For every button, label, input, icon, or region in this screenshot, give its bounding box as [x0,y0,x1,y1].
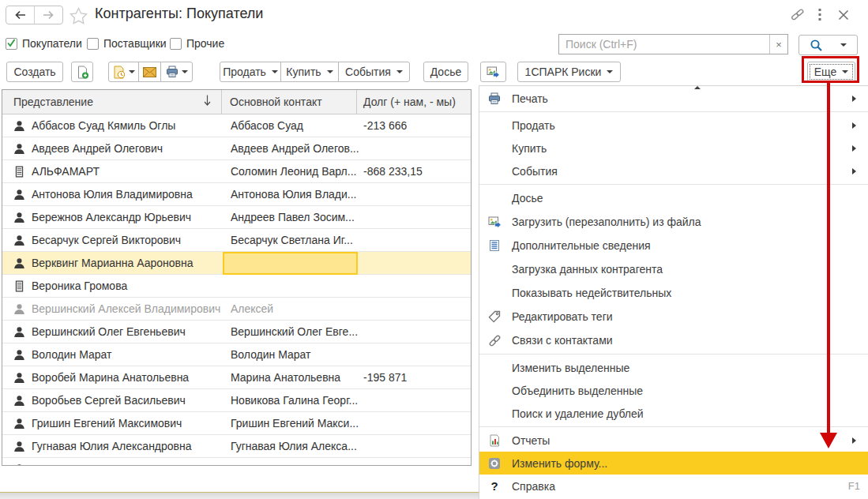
cell-representation[interactable] [2,458,222,466]
column-header-main-contact[interactable]: Основной контакт [222,90,357,114]
cell-debt[interactable] [357,252,471,274]
spark-risks-button[interactable]: 1СПАРК Риски [517,62,621,82]
cell-debt[interactable] [357,275,471,297]
table-row[interactable]: Гришин Евгений МаксимовичГришин Евгений … [2,412,471,435]
table-row[interactable]: Вероника Громова [2,275,471,298]
table-row[interactable]: Верквинг Марианна Аароновна [2,252,471,275]
cell-debt[interactable] [357,183,471,205]
cell-main-contact[interactable]: Марина Анатольевна [222,366,357,388]
table-row[interactable]: Авдеев Андрей ОлеговичАвдеев Андрей Олег… [2,137,471,160]
filter-suppliers[interactable]: Поставщики [87,36,167,51]
cell-debt[interactable]: -213 666 [357,114,471,137]
table-row[interactable] [2,458,471,466]
dossier-button[interactable]: Досье [423,62,468,82]
create-button[interactable]: Создать [6,62,63,82]
menu-item[interactable]: Досье [479,186,868,210]
filter-others[interactable]: Прочие [170,36,224,51]
menu-item[interactable]: Купить [479,137,868,159]
cell-main-contact[interactable]: Авдеев Андрей Олегов... [222,137,357,159]
cell-representation[interactable]: Вершинский Алексей Владимирович [2,298,222,320]
cell-main-contact[interactable]: Вершинский Олег Евге... [222,321,357,343]
cell-main-contact[interactable]: Гришин Евгений Макси... [222,412,357,434]
cell-representation[interactable]: Воробей Марина Анатольевна [2,366,222,388]
close-icon[interactable] [838,9,849,21]
cell-debt[interactable]: -868 233,15 [357,160,471,182]
cell-main-contact[interactable]: Антонова Юлия Влади... [222,183,357,205]
cell-main-contact[interactable]: Алексей [222,298,357,320]
cell-debt[interactable] [357,412,471,434]
menu-item[interactable]: Печать [479,87,868,110]
cell-representation[interactable]: Верквинг Марианна Аароновна [2,252,222,274]
menu-item[interactable]: Продать [479,114,868,137]
table-row[interactable]: Воробьев Сергей ВасильевичНовикова Галин… [2,389,471,412]
table-row[interactable]: Воробей Марина АнатольевнаМарина Анатоль… [2,366,471,389]
cell-representation[interactable]: Володин Марат [2,343,222,366]
send-email-button[interactable] [138,62,161,82]
filter-others-checkbox[interactable] [170,38,182,50]
load-from-file-button[interactable] [480,62,506,82]
cell-representation[interactable]: АЛЬФАМАРТ [2,160,222,182]
forward-button[interactable] [34,6,62,24]
column-header-debt[interactable]: Долг (+ нам, - мы) [357,90,471,114]
search-clear-icon[interactable]: × [769,35,787,54]
cell-debt[interactable] [357,435,471,457]
sell-button[interactable]: Продать [220,62,281,82]
table-row[interactable]: Володин МаратВолодин Марат [2,343,471,366]
cell-representation[interactable]: Авдеев Андрей Олегович [2,137,222,159]
print-button[interactable] [160,62,193,82]
cell-main-contact[interactable]: Андреев Павел Зосим... [222,206,357,228]
menu-item[interactable]: Редактировать теги [479,305,868,328]
cell-debt[interactable] [357,298,471,320]
cell-representation[interactable]: Вершинский Олег Евгеньевич [2,321,222,343]
create-group-button[interactable] [71,62,93,82]
menu-item[interactable]: Загрузить (перезаполнить) из файла [479,210,868,234]
cell-debt[interactable] [357,137,471,159]
active-cell[interactable] [223,252,358,275]
kebab-menu-icon[interactable] [817,9,822,21]
menu-item[interactable]: Загрузка данных контрагента [479,257,868,281]
menu-item[interactable]: Показывать недействительных [479,281,868,305]
cell-debt[interactable] [357,389,471,411]
cell-representation[interactable]: Гугнавая Юлия Александровна [2,435,222,457]
buy-button[interactable]: Купить [280,62,339,82]
cell-representation[interactable]: Бережнов Александр Юрьевич [2,206,222,228]
nav-history-group[interactable] [6,6,63,24]
menu-item[interactable]: Объединить выделенные [479,379,868,402]
menu-item[interactable]: События [479,159,868,182]
menu-item[interactable]: Изменить форму... [479,452,868,475]
cell-debt[interactable] [357,343,471,366]
filter-buyers[interactable]: Покупатели [6,36,82,51]
table-row[interactable]: Аббасов Суад Кямиль ОглыАббасов Суад-213… [2,114,471,137]
search-input[interactable] [559,35,769,54]
table-row[interactable]: Бережнов Александр ЮрьевичАндреев Павел … [2,206,471,229]
cell-main-contact[interactable]: Соломин Леонид Варл... [222,160,357,182]
events-button[interactable]: События [338,62,410,82]
cell-representation[interactable]: Антонова Юлия Владимировна [2,183,222,205]
cell-main-contact[interactable]: Бесарчук Светлана Иг... [222,229,357,251]
menu-item[interactable]: Связи с контактами [479,328,868,352]
menu-item[interactable]: ?СправкаF1 [479,475,868,497]
cell-main-contact[interactable]: Новикова Галина Георг... [222,389,357,411]
cell-debt[interactable] [357,206,471,228]
cell-main-contact[interactable]: Гугнавая Юлия Алекса... [222,435,357,457]
table-row[interactable]: Вершинский Олег ЕвгеньевичВершинский Оле… [2,321,471,343]
cell-representation[interactable]: Бесарчук Сергей Викторович [2,229,222,251]
cell-representation[interactable]: Воробьев Сергей Васильевич [2,389,222,411]
cell-debt[interactable] [357,321,471,343]
cell-debt[interactable]: -195 871 [357,366,471,388]
cell-main-contact[interactable] [222,275,357,297]
search-button[interactable] [798,35,858,55]
back-button[interactable] [6,6,34,24]
get-link-icon[interactable] [791,8,805,21]
favorite-star-icon[interactable] [70,7,88,24]
menu-item[interactable]: Отчеты [479,429,868,452]
table-row[interactable]: Вершинский Алексей ВладимировичАлексей [2,298,471,321]
cell-representation[interactable]: Вероника Громова [2,275,222,297]
cell-debt[interactable] [357,229,471,251]
cell-representation[interactable]: Аббасов Суад Кямиль Оглы [2,114,222,137]
menu-item[interactable]: Изменить выделенные [479,356,868,379]
cell-main-contact[interactable]: Володин Марат [222,343,357,366]
menu-item[interactable]: Поиск и удаление дублей [479,402,868,425]
create-based-on-button[interactable] [108,62,139,82]
filter-suppliers-checkbox[interactable] [87,38,99,50]
